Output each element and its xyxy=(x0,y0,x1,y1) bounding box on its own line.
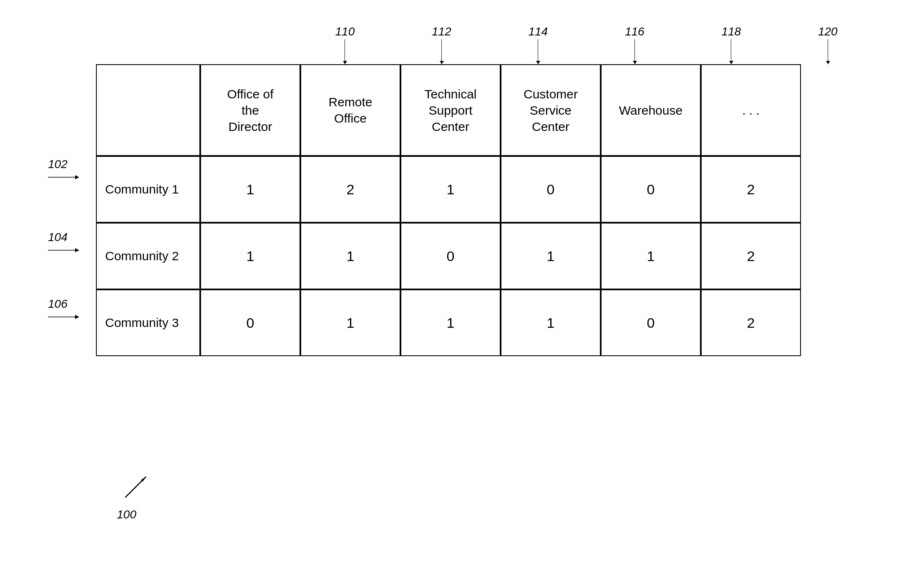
svg-marker-3 xyxy=(75,248,79,252)
row-label-community2: Community 2 xyxy=(96,223,200,289)
col-header-warehouse: Warehouse xyxy=(601,64,701,156)
col-header-remote-office: RemoteOffice xyxy=(300,64,400,156)
main-grid: Office oftheDirector RemoteOffice Techni… xyxy=(96,64,801,356)
grid-and-labels: 102 104 xyxy=(42,64,876,356)
row-annotation-106: 106 xyxy=(42,289,96,356)
ref-number-112: 112 xyxy=(432,25,451,38)
ref-number-116: 116 xyxy=(625,25,645,38)
diagram-container: 110 112 114 116 118 120 xyxy=(42,25,876,356)
col-ref-118: 118 xyxy=(683,25,779,64)
col-header-label-warehouse: Warehouse xyxy=(619,102,682,118)
row-annotation-102: 102 xyxy=(42,156,96,223)
col-header-ellipsis: . . . xyxy=(701,64,801,156)
cell-c2-warehouse: 1 xyxy=(601,223,701,289)
footer-arrow-icon xyxy=(117,468,154,506)
col-header-label-office-director: Office oftheDirector xyxy=(227,86,273,135)
cell-c3-remote: 1 xyxy=(300,289,400,356)
ref-line-112 xyxy=(441,39,442,64)
ref-line-118 xyxy=(731,39,731,64)
col-ref-120: 120 xyxy=(780,25,876,64)
ref-line-120 xyxy=(828,39,828,64)
ref-line-110 xyxy=(345,39,345,64)
row-ref-arrow-104 xyxy=(48,244,81,256)
row-annotation-104: 104 xyxy=(42,223,96,289)
col-ref-114: 114 xyxy=(490,25,586,64)
row-ref-number-106: 106 xyxy=(48,297,68,311)
svg-marker-1 xyxy=(75,175,79,179)
cell-c3-warehouse: 0 xyxy=(601,289,701,356)
col-header-label-ellipsis: . . . xyxy=(742,102,760,118)
ref-line-114 xyxy=(538,39,538,64)
footer-ref-number: 100 xyxy=(117,508,136,521)
ref-number-110: 110 xyxy=(335,25,355,38)
svg-marker-5 xyxy=(75,315,79,319)
row-ref-arrow-106 xyxy=(48,311,81,323)
cell-c2-remote: 1 xyxy=(300,223,400,289)
cell-c3-ellipsis: 2 xyxy=(701,289,801,356)
col-header-customer-service: CustomerServiceCenter xyxy=(501,64,601,156)
cell-c1-customer: 0 xyxy=(501,156,601,223)
row-annotations: 102 104 xyxy=(42,64,96,356)
footer-reference: 100 xyxy=(117,468,154,521)
row-ref-number-104: 104 xyxy=(48,231,68,244)
cell-c3-office: 0 xyxy=(200,289,300,356)
cell-c2-ellipsis: 2 xyxy=(701,223,801,289)
row-ref-arrow-102 xyxy=(48,171,81,183)
col-header-label-customer-service: CustomerServiceCenter xyxy=(524,86,578,135)
ref-number-120: 120 xyxy=(818,25,838,38)
col-header-label-remote-office: RemoteOffice xyxy=(328,94,372,126)
header-row: Office oftheDirector RemoteOffice Techni… xyxy=(96,64,801,156)
empty-header-cell xyxy=(96,64,200,156)
cell-c1-office: 1 xyxy=(200,156,300,223)
data-row-community1: Community 1 1 2 1 0 0 2 xyxy=(96,156,801,223)
cell-c3-customer: 1 xyxy=(501,289,601,356)
ref-line-116 xyxy=(634,39,635,64)
cell-c3-tech: 1 xyxy=(400,289,501,356)
row-ref-number-102: 102 xyxy=(48,158,68,171)
cell-c1-ellipsis: 2 xyxy=(701,156,801,223)
col-header-office-director: Office oftheDirector xyxy=(200,64,300,156)
ref-number-114: 114 xyxy=(528,25,548,38)
col-header-technical-support: TechnicalSupportCenter xyxy=(400,64,501,156)
col-ref-116: 116 xyxy=(587,25,683,64)
col-ref-110: 110 xyxy=(297,25,393,64)
ref-number-118: 118 xyxy=(721,25,741,38)
row-label-community1: Community 1 xyxy=(96,156,200,223)
data-row-community2: Community 2 1 1 0 1 1 2 xyxy=(96,223,801,289)
cell-c1-remote: 2 xyxy=(300,156,400,223)
column-references: 110 112 114 116 118 120 xyxy=(196,25,876,64)
col-header-label-technical-support: TechnicalSupportCenter xyxy=(424,86,476,135)
row-label-community3: Community 3 xyxy=(96,289,200,356)
cell-c2-customer: 1 xyxy=(501,223,601,289)
cell-c2-tech: 0 xyxy=(400,223,501,289)
cell-c1-tech: 1 xyxy=(400,156,501,223)
data-row-community3: Community 3 0 1 1 1 0 2 xyxy=(96,289,801,356)
col-ref-112: 112 xyxy=(393,25,490,64)
cell-c1-warehouse: 0 xyxy=(601,156,701,223)
cell-c2-office: 1 xyxy=(200,223,300,289)
